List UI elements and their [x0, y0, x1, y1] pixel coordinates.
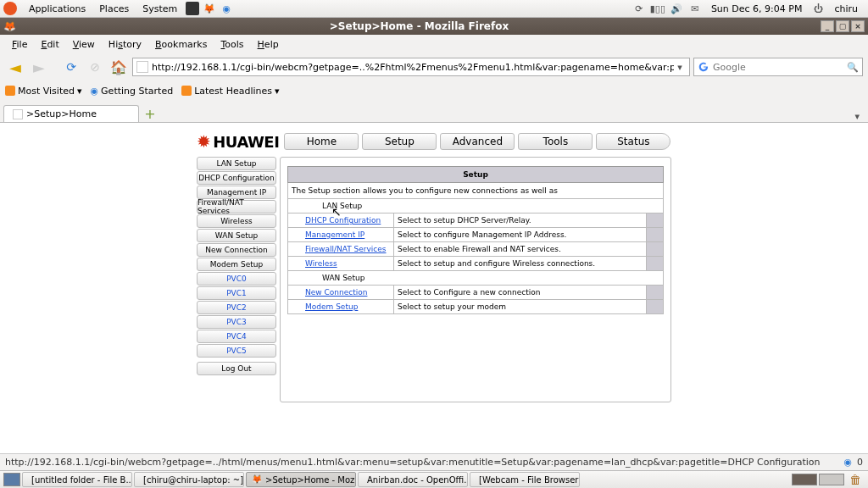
task-file-browser[interactable]: [untitled folder - File B... — [22, 472, 132, 487]
most-visited-bookmark[interactable]: Most Visited▾ — [5, 86, 81, 97]
nav-setup[interactable]: Setup — [362, 133, 437, 150]
task-webcam[interactable]: [Webcam - File Browser] — [470, 472, 580, 487]
url-input[interactable] — [152, 62, 674, 73]
tab-list-dropdown-icon[interactable]: ▾ — [849, 111, 865, 122]
rss-icon — [181, 86, 192, 96]
user-menu[interactable]: chiru — [827, 3, 865, 14]
nav-home[interactable]: Home — [284, 133, 359, 150]
side-modem[interactable]: Modem Setup — [197, 258, 276, 271]
url-dropdown-icon[interactable]: ▾ — [674, 62, 686, 73]
tab-title: >Setup>Home — [26, 108, 97, 119]
power-icon[interactable]: ⏻ — [810, 2, 826, 15]
side-dhcp[interactable]: DHCP Configuration — [197, 171, 276, 185]
close-button[interactable]: × — [851, 20, 865, 32]
search-box[interactable]: 🔍 — [693, 58, 863, 76]
link-modem[interactable]: Modem Setup — [305, 302, 358, 311]
side-mgmt-ip[interactable]: Management IP — [197, 186, 276, 199]
firefox-launcher-icon[interactable]: 🦊 — [203, 2, 216, 15]
status-bar: http://192.168.1.1/cgi-bin/webcm?getpage… — [0, 453, 868, 470]
page-viewport: ✹HUAWEI Home Setup Advanced Tools Status… — [0, 123, 868, 453]
window-title: >Setup>Home - Mozilla Firefox — [19, 20, 819, 32]
setup-table: Setup The Setup section allows you to co… — [287, 166, 664, 314]
page-favicon-icon — [136, 61, 148, 73]
tools-menu[interactable]: Tools — [214, 39, 250, 50]
link-newconn[interactable]: New Connection — [305, 288, 367, 297]
desc-newconn: Select to Configure a new connection — [394, 286, 647, 300]
gnome-bottom-panel: [untitled folder - File B... [chiru@chir… — [0, 470, 868, 488]
desc-dhcp: Select to setup DHCP Server/Relay. — [394, 214, 647, 228]
tab-favicon-icon — [13, 109, 23, 119]
network-signal-icon[interactable]: ▮▯▯ — [650, 2, 665, 15]
gnome-top-panel: Applications Places System 🦊 ◉ ⟳ ▮▯▯ 🔊 ✉… — [0, 0, 868, 18]
back-button[interactable]: ◄ — [5, 57, 25, 77]
side-pvc5[interactable]: PVC5 — [197, 344, 276, 358]
new-tab-button[interactable]: + — [141, 105, 159, 122]
tab-setup-home[interactable]: >Setup>Home — [3, 105, 139, 122]
side-logout[interactable]: Log Out — [197, 362, 276, 375]
link-wireless[interactable]: Wireless — [305, 259, 337, 268]
side-lan-setup[interactable]: LAN Setup — [197, 157, 276, 170]
maximize-button[interactable]: ▢ — [836, 20, 849, 32]
terminal-launcher-icon[interactable] — [186, 2, 199, 15]
side-pvc2[interactable]: PVC2 — [197, 301, 276, 314]
trash-icon[interactable]: 🗑 — [849, 473, 861, 486]
search-submit-icon[interactable]: 🔍 — [847, 62, 859, 73]
places-menu[interactable]: Places — [92, 3, 136, 14]
side-wan-setup[interactable]: WAN Setup — [197, 229, 276, 242]
link-dhcp[interactable]: DHCP Configuration — [305, 216, 381, 225]
workspace-switcher-2[interactable] — [819, 474, 844, 485]
latest-headlines-bookmark[interactable]: Latest Headlines▾ — [181, 86, 279, 97]
side-pvc1[interactable]: PVC1 — [197, 286, 276, 300]
side-wireless[interactable]: Wireless — [197, 214, 276, 228]
file-menu[interactable]: File — [5, 39, 34, 50]
ubuntu-logo-icon[interactable] — [3, 2, 17, 15]
nav-advanced[interactable]: Advanced — [440, 133, 515, 150]
system-menu[interactable]: System — [136, 3, 184, 14]
huawei-flower-icon: ✹ — [197, 131, 210, 152]
edit-menu[interactable]: Edit — [34, 39, 65, 50]
task-openoffice[interactable]: Anirban.doc - OpenOffi... — [358, 472, 468, 487]
router-top-nav: Home Setup Advanced Tools Status — [284, 133, 670, 150]
row-wireless: WirelessSelect to setup and configure Wi… — [288, 257, 664, 271]
notification-count[interactable]: 0 — [857, 457, 863, 468]
update-icon[interactable]: ⟳ — [632, 2, 647, 15]
view-menu[interactable]: View — [66, 39, 102, 50]
bookmarks-toolbar: Most Visited▾ ◉Getting Started Latest He… — [0, 80, 868, 101]
desc-fw: Select to enable Firewall and NAT servic… — [394, 242, 647, 257]
stop-button: ⊘ — [85, 57, 105, 77]
nav-tools[interactable]: Tools — [518, 133, 593, 150]
link-fw[interactable]: Firewall/NAT Services — [305, 245, 386, 253]
history-menu[interactable]: History — [102, 39, 148, 50]
forward-button: ► — [29, 57, 49, 77]
side-pvc3[interactable]: PVC3 — [197, 315, 276, 329]
side-new-conn[interactable]: New Connection — [197, 243, 276, 257]
mail-icon[interactable]: ✉ — [687, 2, 703, 15]
desc-modem: Select to setup your modem — [394, 300, 647, 314]
section-wan: WAN Setup — [288, 271, 664, 286]
url-bar[interactable]: ▾ — [132, 58, 690, 76]
status-text: http://192.168.1.1/cgi-bin/webcm?getpage… — [5, 457, 821, 468]
side-pvc4[interactable]: PVC4 — [197, 330, 276, 343]
reload-button[interactable]: ⟳ — [61, 57, 81, 77]
help-menu[interactable]: Help — [251, 39, 286, 50]
row-dhcp: DHCP ConfigurationSelect to setup DHCP S… — [288, 214, 664, 228]
minimize-button[interactable]: _ — [821, 20, 834, 32]
home-button[interactable]: 🏠 — [108, 57, 129, 77]
nav-status[interactable]: Status — [596, 133, 670, 150]
volume-icon[interactable]: 🔊 — [669, 2, 684, 15]
clock[interactable]: Sun Dec 6, 9:04 PM — [704, 3, 810, 14]
zoom-icon[interactable]: ◉ — [843, 457, 852, 468]
link-mgmt[interactable]: Management IP — [305, 230, 364, 239]
help-launcher-icon[interactable]: ◉ — [220, 2, 233, 15]
task-terminal[interactable]: [chiru@chiru-laptop: ~] — [134, 472, 244, 487]
side-pvc0[interactable]: PVC0 — [197, 272, 276, 286]
getting-started-bookmark[interactable]: ◉Getting Started — [90, 86, 173, 97]
applications-menu[interactable]: Applications — [22, 3, 92, 14]
search-input[interactable] — [713, 62, 847, 73]
show-desktop-button[interactable] — [3, 473, 20, 486]
workspace-switcher-1[interactable] — [792, 474, 817, 485]
side-firewall[interactable]: Firewall/NAT Services — [197, 200, 276, 214]
setup-intro: The Setup section allows you to configur… — [288, 183, 664, 199]
task-firefox[interactable]: 🦊>Setup>Home - Mozil... — [246, 472, 356, 487]
bookmarks-menu[interactable]: Bookmarks — [148, 39, 214, 50]
